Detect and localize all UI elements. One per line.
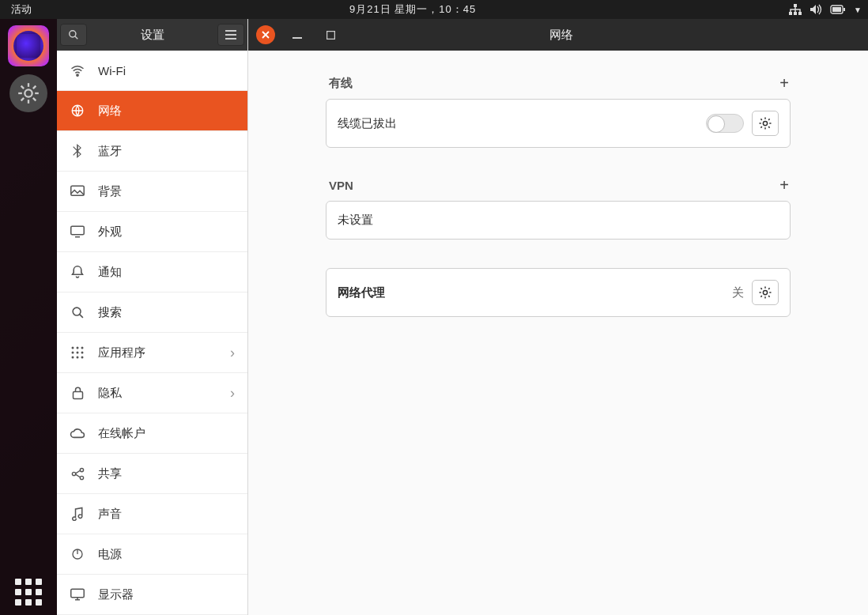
sidebar-item-power[interactable]: 电源 [57,534,247,575]
svg-point-32 [77,352,79,354]
volume-icon [810,4,822,15]
sidebar-item-globe[interactable]: 网络 [57,91,247,131]
svg-rect-49 [326,31,334,39]
apps-icon [70,346,85,359]
system-tray[interactable]: ▼ [789,4,862,15]
sidebar-item-label: 蓝牙 [98,144,122,159]
sidebar-item-label: 通知 [98,265,122,280]
dock [0,19,57,615]
sidebar-item-cloud[interactable]: 在线帐户 [57,413,247,454]
sidebar-header: 设置 [57,19,247,51]
svg-rect-1 [789,12,792,15]
content-pane: 网络 有线 + 线缆已拔出 VPN + [248,19,868,615]
sidebar-title: 设置 [90,28,214,43]
svg-point-31 [72,352,74,354]
proxy-row: 网络代理 关 [326,268,791,317]
network-icon [789,4,802,15]
sidebar-menu-button[interactable] [217,24,244,46]
sidebar-item-music[interactable]: 声音 [57,494,247,534]
display-icon [70,588,85,601]
wired-section-header: 有线 + [326,74,791,99]
sidebar-item-label: Wi-Fi [98,64,126,77]
content-header: 网络 [248,19,868,51]
sidebar-item-appearance[interactable]: 外观 [57,212,247,252]
svg-rect-20 [225,38,236,40]
content-body: 有线 + 线缆已拔出 VPN + 未设置 [248,51,868,615]
wired-add-button[interactable]: + [779,74,789,92]
svg-rect-19 [225,34,236,36]
svg-rect-0 [794,4,797,7]
svg-line-27 [79,314,82,317]
sidebar-item-search[interactable]: 搜索 [57,292,247,333]
svg-point-51 [763,290,767,294]
svg-line-41 [75,470,80,474]
vpn-section-header: VPN + [326,176,791,201]
music-icon [70,507,85,521]
svg-point-29 [77,347,79,349]
wired-settings-button[interactable] [752,111,779,136]
cloud-icon [70,428,85,439]
search-icon [70,306,85,319]
sidebar-search-button[interactable] [60,24,87,46]
svg-point-36 [81,357,84,359]
sidebar-item-apps[interactable]: 应用程序› [57,333,247,373]
wired-toggle[interactable] [706,114,744,133]
svg-point-26 [73,308,81,315]
sidebar-item-background[interactable]: 背景 [57,172,247,212]
sidebar-item-wifi[interactable]: Wi-Fi [57,51,247,91]
svg-point-33 [81,352,84,354]
battery-icon [830,5,846,14]
sidebar-item-label: 网络 [98,104,122,119]
svg-point-38 [72,472,75,475]
sidebar-item-display[interactable]: 显示器 [57,575,247,615]
activities-button[interactable]: 活动 [6,2,36,17]
topbar-datetime[interactable]: 9月21日 星期一，10：45 [36,2,789,17]
svg-line-12 [21,86,25,89]
power-icon [70,548,85,560]
svg-rect-37 [73,392,82,399]
gear-icon [17,82,40,104]
sidebar-list: Wi-Fi网络蓝牙背景外观通知搜索应用程序›隐私›在线帐户共享声音电源显示器 [57,51,247,615]
chevron-down-icon: ▼ [854,6,862,14]
wired-row: 线缆已拔出 [326,99,791,148]
bluetooth-icon [70,144,85,158]
dock-show-apps[interactable] [15,579,42,606]
svg-point-16 [70,31,76,37]
sidebar-item-label: 共享 [98,466,122,481]
sidebar-item-label: 隐私 [98,386,122,401]
svg-point-28 [72,347,74,349]
svg-rect-18 [225,30,236,32]
window-close-button[interactable] [256,25,275,44]
svg-point-39 [80,468,83,471]
svg-rect-3 [798,12,802,15]
svg-point-35 [77,357,79,359]
chevron-right-icon: › [230,385,235,402]
window-minimize-button[interactable] [286,30,308,40]
sidebar-item-bluetooth[interactable]: 蓝牙 [57,131,247,172]
proxy-settings-button[interactable] [752,280,779,305]
sidebar-item-bell[interactable]: 通知 [57,252,247,292]
sidebar-item-label: 电源 [98,547,122,562]
svg-point-30 [81,347,84,349]
proxy-status: 关 [732,285,744,300]
close-icon [262,31,270,39]
svg-rect-48 [292,37,302,39]
sidebar-item-lock[interactable]: 隐私› [57,373,247,413]
sidebar-item-label: 背景 [98,184,122,199]
sidebar-item-share[interactable]: 共享 [57,454,247,494]
settings-window: 设置 Wi-Fi网络蓝牙背景外观通知搜索应用程序›隐私›在线帐户共享声音电源显示… [57,19,868,615]
gear-icon [758,285,772,300]
svg-line-13 [33,98,36,101]
sidebar-item-label: 显示器 [98,587,134,602]
vpn-add-button[interactable]: + [779,176,789,194]
gear-icon [758,116,772,130]
chevron-right-icon: › [230,345,235,361]
dock-firefox[interactable] [8,25,49,66]
window-maximize-button[interactable] [319,31,342,40]
minimize-icon [292,30,302,40]
svg-line-17 [75,36,78,40]
search-icon [68,29,79,40]
lock-icon [70,386,85,400]
dock-settings[interactable] [8,73,49,114]
vpn-heading: VPN [329,179,353,192]
